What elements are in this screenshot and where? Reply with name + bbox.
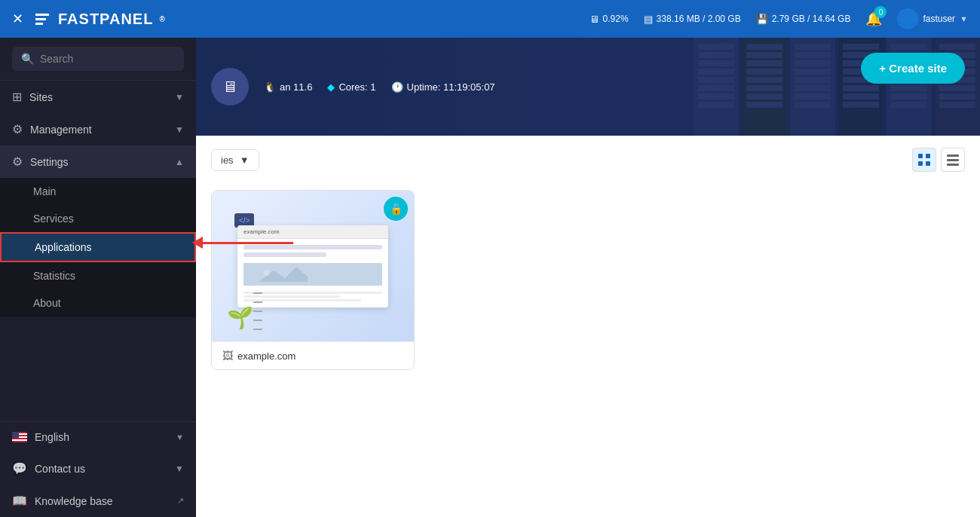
grid-view-button[interactable]: [912, 148, 936, 172]
uptime-icon: 🕐: [391, 81, 403, 93]
logo-icon: [35, 14, 49, 25]
settings-icon: ⚙: [12, 154, 23, 169]
management-icon: ⚙: [12, 122, 23, 136]
search-inner[interactable]: 🔍: [12, 47, 184, 71]
language-selector[interactable]: English ▼: [0, 422, 196, 452]
ssl-lock-icon: 🔒: [384, 197, 408, 221]
logo: FASTPANEL®: [35, 11, 166, 28]
os-label: an 11.6: [280, 81, 312, 93]
knowledge-label: Knowledge base: [35, 495, 113, 507]
submenu-item-about[interactable]: About: [0, 289, 196, 317]
os-detail: 🐧 an 11.6: [264, 81, 312, 93]
sidebar-item-knowledge[interactable]: 📖 Knowledge base ↗: [0, 485, 196, 517]
svg-rect-9: [947, 154, 959, 157]
server-rack-1: [694, 38, 739, 136]
applications-label: Applications: [35, 241, 92, 253]
disk-value: 2.79 GB / 14.64 GB: [772, 14, 851, 24]
highlight-arrow: [192, 237, 293, 249]
language-chevron-icon: ▼: [176, 433, 184, 442]
list-icon: [947, 154, 959, 166]
disk-icon: 💾: [756, 14, 768, 25]
close-button[interactable]: ✕: [12, 11, 23, 27]
main-layout: 🔍 ⊞ Sites ▼ ⚙ Management ▼ ⚙ Settings: [0, 38, 980, 517]
search-box: 🔍: [0, 38, 196, 81]
view-icons: [912, 148, 965, 172]
svg-rect-4: [12, 432, 19, 438]
cpu-icon: 🖥: [590, 14, 599, 25]
ram-value: 338.16 MB / 2.00 GB: [657, 14, 741, 24]
svg-rect-11: [947, 164, 959, 166]
bell-badge: 0: [874, 6, 887, 18]
username-label: fastuser: [923, 14, 955, 24]
server-rack-3: [790, 38, 835, 136]
svg-rect-5: [918, 154, 923, 158]
sidebar-item-label-sites: Sites: [29, 91, 53, 103]
sites-chevron-icon: ▼: [175, 92, 184, 102]
content-area: ies ▼: [196, 136, 980, 517]
plant-decoration: 🌱: [227, 305, 253, 330]
svg-rect-8: [926, 161, 930, 166]
list-view-button[interactable]: [941, 148, 965, 172]
cores-label: Cores: 1: [338, 81, 375, 93]
contact-label: Contact us: [35, 463, 85, 475]
grid-icon: [918, 154, 930, 166]
svg-rect-3: [12, 439, 27, 441]
search-input[interactable]: [40, 53, 175, 65]
filter-dropdown[interactable]: ies ▼: [211, 149, 259, 171]
contact-icon: 💬: [12, 461, 27, 476]
site-card-footer: 🖼 example.com: [212, 341, 414, 369]
ram-stat: ▤ 338.16 MB / 2.00 GB: [644, 14, 741, 25]
notifications-bell[interactable]: 🔔 0: [865, 11, 882, 27]
flag-icon: [12, 432, 27, 442]
image-icon: 🖼: [222, 350, 233, 362]
svg-rect-7: [918, 161, 923, 166]
main-content: 🖥 🐧 an 11.6 ◆ Cores: 1 🕐 Uptime: 11:19:0…: [196, 38, 980, 517]
disk-stat: 💾 2.79 GB / 14.64 GB: [756, 14, 851, 25]
sidebar-item-label-management: Management: [30, 124, 92, 136]
about-label: About: [33, 297, 61, 309]
management-chevron-icon: ▼: [175, 124, 184, 135]
arrow-line: [203, 242, 293, 244]
submenu-item-applications[interactable]: Applications: [0, 232, 196, 262]
svg-point-14: [263, 270, 269, 276]
hero-banner: 🖥 🐧 an 11.6 ◆ Cores: 1 🕐 Uptime: 11:19:0…: [196, 38, 980, 136]
svg-rect-10: [947, 159, 959, 161]
submenu-item-services[interactable]: Services: [0, 205, 196, 232]
sidebar-item-contact[interactable]: 💬 Contact us ▼: [0, 452, 196, 485]
ram-icon: ▤: [644, 14, 653, 25]
sites-icon: ⊞: [12, 90, 22, 104]
sidebar-bottom: English ▼ 💬 Contact us ▼ 📖 Knowledge bas…: [0, 421, 196, 517]
filter-chevron-icon: ▼: [240, 154, 250, 166]
search-icon: 🔍: [21, 53, 34, 65]
os-icon: 🐧: [264, 81, 276, 93]
user-chevron-icon: ▼: [960, 14, 968, 23]
sites-grid: </> • example.com: [211, 184, 965, 376]
user-menu[interactable]: 👤 fastuser ▼: [897, 8, 968, 29]
submenu-item-statistics[interactable]: Statistics: [0, 262, 196, 289]
statistics-label: Statistics: [33, 270, 75, 282]
cpu-stat: 🖥 0.92%: [590, 14, 629, 25]
site-card[interactable]: </> • example.com: [211, 190, 415, 370]
sidebar-item-label-settings: Settings: [30, 156, 69, 168]
language-label: English: [35, 431, 69, 443]
submenu-item-main[interactable]: Main: [0, 178, 196, 205]
top-header: ✕ FASTPANEL® 🖥 0.92% ▤ 338.16 MB / 2.00 …: [0, 0, 980, 38]
sidebar-item-sites[interactable]: ⊞ Sites ▼: [0, 81, 196, 113]
uptime-detail: 🕐 Uptime: 11:19:05:07: [391, 81, 495, 93]
main-label: Main: [33, 185, 56, 197]
svg-rect-6: [926, 154, 930, 158]
create-site-button[interactable]: + Create site: [861, 53, 965, 84]
services-label: Services: [33, 213, 74, 225]
arrow-head: [192, 237, 203, 249]
site-thumbnail: </> • example.com: [212, 191, 414, 341]
cores-detail: ◆ Cores: 1: [327, 81, 375, 93]
user-avatar: 👤: [897, 8, 918, 29]
sidebar-item-settings[interactable]: ⚙ Settings ▲: [0, 145, 196, 178]
knowledge-icon: 📖: [12, 494, 27, 508]
ladder-decoration: [253, 292, 262, 330]
server-rack-2: [742, 38, 787, 136]
sidebar-item-management[interactable]: ⚙ Management ▼: [0, 113, 196, 145]
external-link-icon: ↗: [177, 496, 184, 506]
header-stats: 🖥 0.92% ▤ 338.16 MB / 2.00 GB 💾 2.79 GB …: [590, 8, 968, 29]
settings-chevron-icon: ▲: [175, 157, 184, 167]
